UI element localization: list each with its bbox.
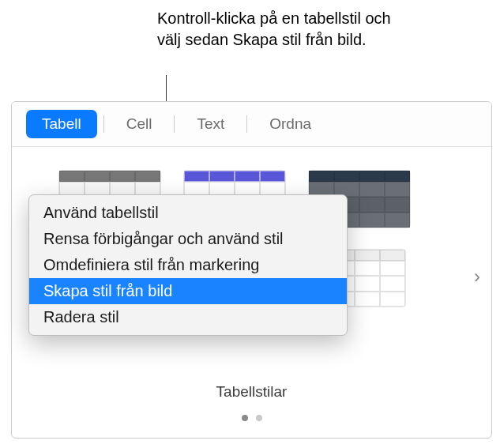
callout-text: Kontroll-klicka på en tabellstil och väl… <box>157 8 394 51</box>
page-dot[interactable] <box>256 415 262 421</box>
inspector-tabs: Tabell Cell Text Ordna <box>12 102 491 147</box>
chevron-right-icon[interactable]: › <box>474 265 480 288</box>
context-menu: Använd tabellstil Rensa förbigångar och … <box>28 194 348 336</box>
menu-item-clear-overrides[interactable]: Rensa förbigångar och använd stil <box>29 226 347 252</box>
tab-cell[interactable]: Cell <box>111 110 168 138</box>
page-dot[interactable] <box>242 415 248 421</box>
tab-text[interactable]: Text <box>181 110 240 138</box>
tab-separator <box>246 115 247 133</box>
tab-table[interactable]: Tabell <box>26 110 97 138</box>
menu-item-redefine-style[interactable]: Omdefiniera stil från markering <box>29 252 347 278</box>
menu-item-create-style-from-image[interactable]: Skapa stil från bild <box>29 278 347 304</box>
menu-item-delete-style[interactable]: Radera stil <box>29 304 347 330</box>
tab-separator <box>174 115 175 133</box>
menu-item-apply-style[interactable]: Använd tabellstil <box>29 200 347 226</box>
page-indicator[interactable] <box>12 415 491 421</box>
tab-separator <box>103 115 104 133</box>
section-title: Tabellstilar <box>12 383 491 401</box>
tab-arrange[interactable]: Ordna <box>254 110 327 138</box>
